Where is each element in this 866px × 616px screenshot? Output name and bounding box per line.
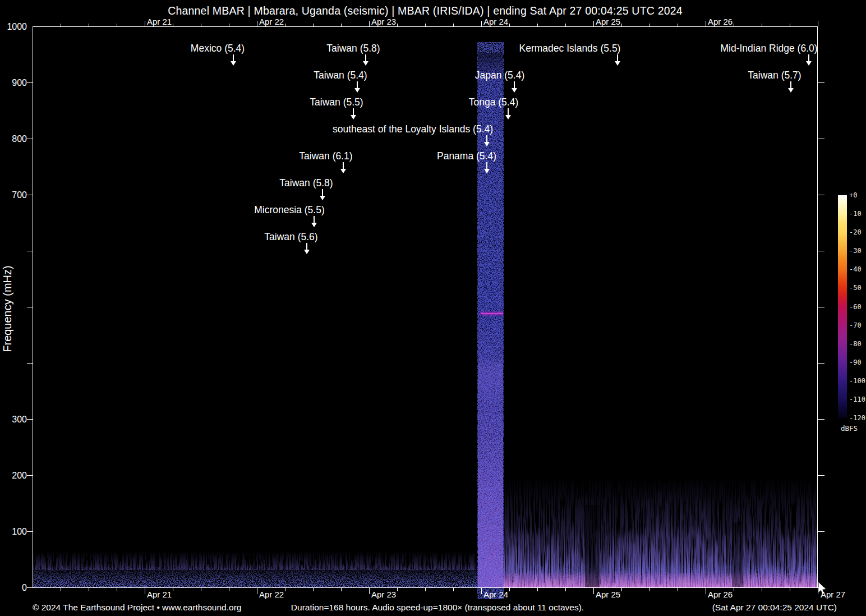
event-arrow-icon [311,216,317,227]
colorbar-label: -30 [849,247,866,255]
colorbar [838,195,847,418]
spectrogram-screenshot: Channel MBAR | Mbarara, Uganda (seismic)… [0,0,866,616]
colorbar-unit: dBFS [836,424,863,433]
event-arrow-icon [340,162,346,173]
y-tick-label: 300 [0,415,27,424]
colorbar-label: -120 [849,414,866,422]
colorbar-label: -100 [849,377,866,385]
bottom-date-label: Apr 24 [483,590,508,599]
y-axis-title: Frequency (mHz) [1,247,14,371]
event-arrow-icon [304,243,310,254]
event-arrow-icon [320,189,325,200]
end-timestamp-text: (Sat Apr 27 00:04:25 2024 UTC) [712,603,837,613]
event-label: Panama (5.4) [437,150,496,162]
right-axis-ticks [818,27,824,588]
event-label: Taiwan (5.8) [279,177,333,189]
y-tick-label: 0 [0,583,27,592]
top-date-label: Apr 25 [596,17,620,26]
tone-490mhz [480,311,504,316]
event-arrow-icon [806,54,812,66]
colorbar-label: -40 [849,265,866,273]
colorbar-label: -70 [849,321,866,329]
y-tick-label: 800 [0,135,27,144]
event-arrow-icon [363,54,368,66]
bottom-date-label: Apr 26 [708,590,733,599]
event-arrow-icon [354,81,360,93]
event-label: Micronesia (5.5) [254,204,324,216]
top-date-label: Apr 24 [483,17,508,26]
y-tick-label: 200 [0,471,27,480]
colorbar-label: -50 [849,284,866,292]
colorbar-label: +0 [849,191,866,199]
top-date-label: Apr 26 [708,17,733,26]
event-label: Taiwan (6.1) [299,150,352,162]
event-arrow-icon [512,81,517,93]
top-date-label: Apr 23 [371,17,396,26]
bottom-date-label: Apr 27 [821,590,845,599]
event-label: Tonga (5.4) [469,96,519,108]
microseism-noise-left [33,551,503,588]
event-label: Taiwan (5.8) [326,43,380,54]
top-date-label: Apr 22 [259,17,284,26]
top-date-label: Apr 21 [147,17,172,26]
colorbar-label: -110 [849,396,866,403]
event-arrow-icon [484,162,490,173]
y-tick-label: 100 [0,527,27,536]
event-arrow-icon [505,108,511,119]
bottom-date-label: Apr 23 [371,590,396,599]
chart-title: Channel MBAR | Mbarara, Uganda (seismic)… [33,4,818,17]
bottom-date-label: Apr 22 [259,590,284,599]
colorbar-label: -60 [849,303,866,311]
event-label: Taiwan (5.4) [314,70,367,81]
event-label: Taiwan (5.7) [748,70,801,81]
event-label: Japan (5.4) [475,70,525,81]
elevated-noise-right [494,477,818,588]
bottom-date-label: Apr 21 [147,590,172,599]
event-label: Kermadec Islands (5.5) [519,43,621,54]
event-label: Mid-Indian Ridge (6.0) [720,43,817,54]
event-label: Taiwan (5.5) [310,96,363,108]
colorbar-label: -80 [849,340,866,348]
y-tick-label: 1000 [0,22,27,31]
event-label: Mexico (5.4) [191,43,245,54]
colorbar-label: -20 [849,228,866,236]
bottom-date-label: Apr 25 [596,590,620,599]
y-tick-label: 900 [0,79,27,88]
event-arrow-icon [615,54,620,66]
y-tick-label: 700 [0,191,27,200]
event-arrow-icon [484,135,490,146]
event-arrow-icon [351,108,356,119]
event-arrow-icon [788,81,794,93]
event-arrow-icon [231,54,236,66]
colorbar-label: -90 [849,358,866,366]
event-label: southeast of the Loyalty Islands (5.4) [333,123,493,135]
left-axis-ticks [27,27,33,588]
event-label: Taiwan (5.6) [264,231,317,243]
colorbar-label: -10 [849,210,866,218]
spectrogram-canvas [0,0,866,616]
